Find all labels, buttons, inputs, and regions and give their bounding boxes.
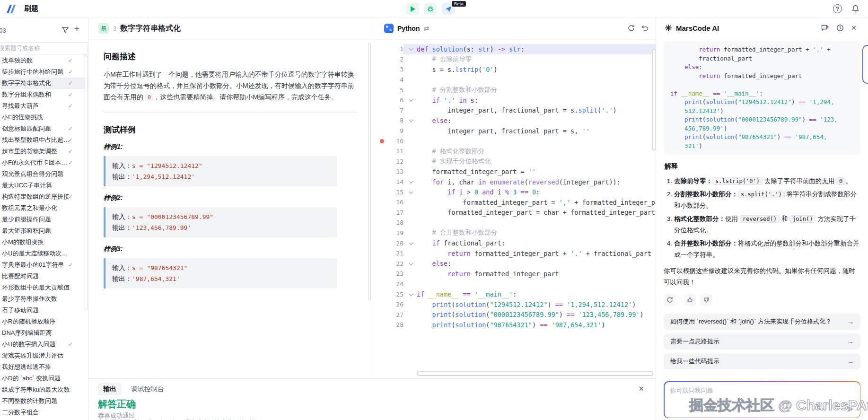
regenerate-button[interactable]: [664, 294, 676, 306]
close-icon[interactable]: ✕: [638, 385, 644, 393]
chevron-down-icon[interactable]: [408, 240, 413, 245]
tab-output[interactable]: 输出: [98, 383, 122, 395]
problem-list-item[interactable]: 最少前缀操作问题: [0, 214, 88, 225]
problem-list-item[interactable]: 环形数组中的最大贡献值: [0, 282, 88, 293]
fold-gutter[interactable]: [403, 262, 417, 265]
line-number-gutter[interactable]: 3: [372, 66, 403, 73]
problem-list-item[interactable]: 比赛配对问题: [0, 271, 88, 282]
problem-list-item[interactable]: 石子移动问题: [0, 305, 88, 316]
line-number-gutter[interactable]: 19: [372, 229, 403, 236]
breakpoint-icon[interactable]: [380, 139, 384, 143]
code-line[interactable]: 24: [372, 279, 656, 289]
problem-list-item[interactable]: 小E的怪物挑战: [0, 112, 88, 123]
code-line[interactable]: 23 return formatted_integer_part: [372, 269, 656, 279]
code-line[interactable]: 11 # 格式化整数部分: [372, 146, 656, 157]
code-line[interactable]: 13 formatted_integer_part = '': [372, 166, 656, 177]
problem-list-item[interactable]: 游戏英雄升级潜力评估: [0, 350, 88, 361]
fold-gutter[interactable]: [403, 119, 417, 122]
problem-list-item[interactable]: 观光景点组合得分问题: [0, 168, 88, 180]
problem-list-item[interactable]: 寻找最大葫芦✓: [0, 100, 88, 112]
help-icon[interactable]: ?: [833, 4, 842, 13]
chevron-down-icon[interactable]: [408, 261, 413, 265]
problem-list-item[interactable]: 数组元素之和最小化: [0, 202, 88, 214]
problem-list-item[interactable]: 不同整数的计数问题: [0, 395, 88, 407]
problem-list-item[interactable]: 小F的永久代币卡回本计划✓: [0, 157, 88, 168]
send-icon[interactable]: [846, 405, 855, 413]
code-line[interactable]: 20 if fractional_part:: [372, 238, 656, 248]
line-number-gutter[interactable]: 15: [372, 189, 403, 196]
ai-question-input[interactable]: [665, 382, 860, 418]
reset-code-icon[interactable]: [641, 24, 649, 32]
code-line[interactable]: 6 if '.' in s:: [372, 95, 656, 105]
problem-list-item[interactable]: 小M的数组变换: [0, 236, 88, 248]
problem-list-item[interactable]: 小D的 `abc` 变换问题: [0, 373, 88, 384]
fold-gutter[interactable]: [403, 191, 417, 194]
floating-handle[interactable]: [862, 45, 868, 84]
chevron-down-icon[interactable]: [408, 291, 413, 296]
problem-list-item[interactable]: 最大矩形面积问题: [0, 225, 88, 236]
editor-horizontal-scrollbar[interactable]: [417, 371, 653, 376]
problem-list-item[interactable]: 小R的随机播放顺序: [0, 316, 88, 327]
thumbs-down-button[interactable]: [700, 294, 712, 306]
search-input[interactable]: [0, 42, 88, 54]
editor-vertical-scrollbar[interactable]: [652, 49, 656, 150]
problem-list-item[interactable]: 找单独的数✓: [0, 55, 88, 66]
new-chat-icon[interactable]: [821, 24, 829, 32]
debug-button[interactable]: [424, 3, 437, 15]
problem-list-item[interactable]: 超市里的货物架调整✓: [0, 146, 88, 157]
line-number-gutter[interactable]: 25: [372, 291, 403, 298]
chevron-down-icon[interactable]: [408, 118, 413, 122]
problem-list-item[interactable]: 我好想逃却逃不掉: [0, 361, 88, 373]
filter-icon[interactable]: [61, 26, 70, 35]
line-number-gutter[interactable]: 14: [372, 178, 403, 185]
line-number-gutter[interactable]: 5: [372, 87, 403, 94]
code-area[interactable]: 1def solution(s: str) -> str:2 # 去除前导零3 …: [372, 44, 656, 330]
line-number-gutter[interactable]: 23: [372, 270, 403, 277]
code-line[interactable]: 21 return formatted_integer_part + '.' +…: [372, 248, 656, 259]
problem-list-item[interactable]: 找出整型数组中占比超过...✓: [0, 134, 88, 146]
line-number-gutter[interactable]: 11: [372, 148, 403, 155]
code-line[interactable]: 7 integer_part, fractional_part = s.spli…: [372, 105, 656, 116]
code-line[interactable]: 10: [372, 136, 656, 146]
line-number-gutter[interactable]: 12: [372, 158, 403, 165]
code-line[interactable]: 28 print(solution("987654321") == '987,6…: [372, 320, 656, 330]
marscode-logo-icon[interactable]: [6, 3, 17, 15]
code-line[interactable]: 19 # 合并整数和小数部分: [372, 228, 656, 238]
problem-list-item[interactable]: 构造特定数组的逆序拼接✓: [0, 191, 88, 202]
suggestion-chip[interactable]: 给我一些代码提示→: [664, 353, 860, 369]
problem-list-item[interactable]: 组成字符串ku的最大次数: [0, 384, 88, 395]
code-line[interactable]: 1def solution(s: str) -> str:: [372, 44, 656, 54]
line-number-gutter[interactable]: 28: [372, 321, 403, 328]
code-line[interactable]: 8 else:: [372, 115, 656, 126]
problem-list-item[interactable]: DNA序列编辑距离: [0, 327, 88, 339]
code-line[interactable]: 17 formatted_integer_part = char + forma…: [372, 208, 656, 218]
code-line[interactable]: 27 print(solution("0000123456789.99") ==…: [372, 309, 656, 320]
line-number-gutter[interactable]: 6: [372, 96, 403, 104]
close-icon[interactable]: ✕: [851, 24, 857, 32]
fold-gutter[interactable]: [403, 293, 417, 296]
line-number-gutter[interactable]: 24: [372, 280, 403, 288]
line-number-gutter[interactable]: 8: [372, 117, 403, 124]
problem-list-item[interactable]: 徒步旅行中的补给问题✓: [0, 66, 88, 78]
line-number-gutter[interactable]: 4: [372, 76, 403, 83]
chevron-down-icon[interactable]: [408, 179, 413, 184]
problem-list-item[interactable]: 小U的数字插入问题✓: [0, 339, 88, 350]
line-number-gutter[interactable]: 22: [372, 260, 403, 267]
line-number-gutter[interactable]: 17: [372, 209, 403, 216]
code-line[interactable]: 9 integer_part, fractional_part = s, '': [372, 126, 656, 136]
history-icon[interactable]: [836, 24, 844, 32]
line-number-gutter[interactable]: 2: [372, 56, 403, 63]
problem-list-item[interactable]: 数字字符串格式化✓: [0, 78, 88, 89]
bell-icon[interactable]: [851, 4, 860, 13]
code-line[interactable]: 12 # 实现千分位格式化: [372, 157, 656, 167]
line-number-gutter[interactable]: 18: [372, 219, 403, 226]
line-number-gutter[interactable]: 16: [372, 199, 403, 206]
code-line[interactable]: 26 print(solution("1294512.12412") == '1…: [372, 299, 656, 310]
code-line[interactable]: 14 for i, char in enumerate(reversed(int…: [372, 177, 656, 187]
code-line[interactable]: 18: [372, 218, 656, 228]
line-number-gutter[interactable]: 26: [372, 301, 403, 308]
switch-language-icon[interactable]: ⇄: [423, 25, 429, 32]
thumbs-up-button[interactable]: [684, 294, 696, 306]
code-line[interactable]: 22 else:: [372, 258, 656, 269]
line-number-gutter[interactable]: 13: [372, 168, 403, 175]
